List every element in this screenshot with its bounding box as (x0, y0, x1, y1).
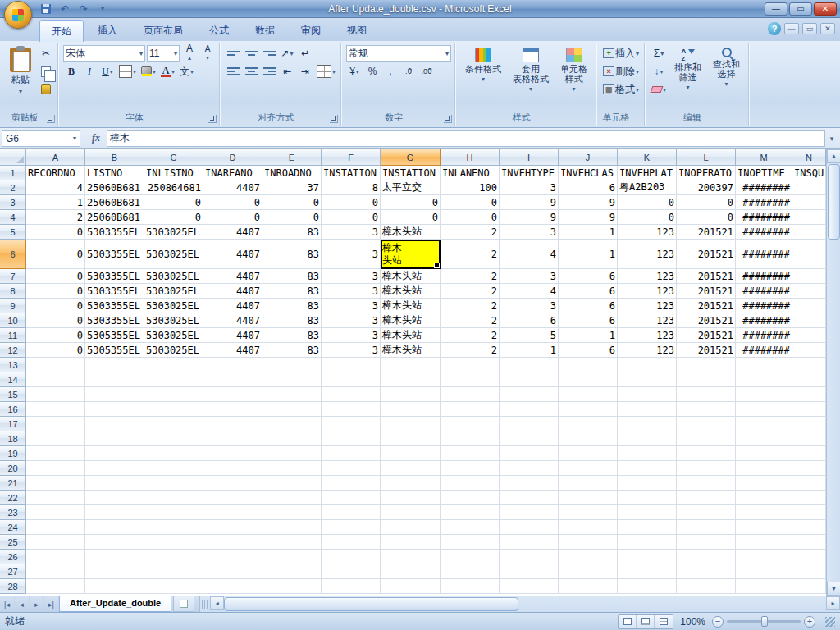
cell-B28[interactable] (85, 579, 144, 594)
currency-format-button[interactable]: ¥▾ (346, 63, 363, 80)
cell-D4[interactable]: 0 (203, 210, 262, 225)
number-dialog-launcher[interactable] (444, 115, 452, 123)
page-layout-view-button[interactable] (637, 615, 655, 628)
cell-C2[interactable]: 250864681 (144, 180, 203, 195)
cell-C20[interactable] (144, 461, 203, 476)
cell-D7[interactable]: 4407 (203, 269, 262, 284)
row-header-3[interactable]: 3 (0, 195, 26, 210)
cell-F17[interactable] (322, 417, 381, 431)
cell-N5[interactable] (792, 225, 826, 240)
cell-L16[interactable] (677, 402, 736, 417)
cell-I24[interactable] (500, 520, 559, 535)
cell-N4[interactable] (792, 210, 826, 225)
cell-J23[interactable] (559, 505, 618, 520)
cell-E21[interactable] (262, 476, 322, 491)
cell-M23[interactable] (736, 505, 792, 520)
cell-M1[interactable]: INOPTIME (736, 166, 792, 180)
column-header-G[interactable]: G (381, 149, 441, 166)
cell-F19[interactable] (322, 446, 381, 461)
cell-D8[interactable]: 4407 (203, 284, 262, 299)
cell-K12[interactable]: 123 (618, 343, 677, 358)
cell-K25[interactable] (618, 535, 677, 550)
cell-F14[interactable] (322, 372, 381, 387)
cell-L5[interactable]: 201521 (677, 225, 736, 240)
cell-C28[interactable] (144, 579, 203, 594)
cell-I11[interactable]: 5 (500, 328, 559, 343)
cell-B10[interactable]: 5303355EL (85, 313, 144, 328)
cell-L23[interactable] (677, 505, 736, 520)
cell-J5[interactable]: 1 (559, 225, 618, 240)
cell-E24[interactable] (262, 520, 322, 535)
cell-M21[interactable] (736, 476, 792, 491)
horizontal-scrollbar[interactable]: ◂ ▸ (199, 596, 840, 612)
cell-F28[interactable] (322, 579, 381, 594)
cell-K15[interactable] (618, 387, 677, 402)
cell-G20[interactable] (381, 461, 441, 476)
cell-D24[interactable] (203, 520, 262, 535)
cell-N20[interactable] (792, 461, 826, 476)
ribbon-tab-2[interactable]: 页面布局 (131, 19, 195, 41)
cell-A6[interactable]: 0 (26, 240, 85, 269)
cell-G7[interactable]: 樟木头站 (381, 269, 441, 284)
shrink-font-button[interactable]: A▾ (199, 45, 216, 62)
cell-H21[interactable] (441, 476, 500, 491)
increase-decimal-button[interactable]: .0⃖ (400, 63, 417, 80)
cell-D26[interactable] (203, 550, 262, 564)
decrease-indent-button[interactable]: ⇤ (279, 63, 295, 80)
row-header-21[interactable]: 21 (0, 476, 26, 491)
cell-H22[interactable] (441, 491, 500, 505)
ribbon-tab-0[interactable]: 开始 (39, 20, 84, 42)
cell-G9[interactable]: 樟木头站 (381, 299, 441, 313)
cell-N3[interactable] (792, 195, 826, 210)
cell-A21[interactable] (26, 476, 85, 491)
increase-indent-button[interactable]: ⇥ (297, 63, 313, 80)
cell-K17[interactable] (618, 417, 677, 431)
cell-F9[interactable]: 3 (322, 299, 381, 313)
cell-C1[interactable]: INLISTNO (144, 166, 203, 180)
cell-J11[interactable]: 1 (559, 328, 618, 343)
column-header-M[interactable]: M (736, 149, 792, 166)
row-header-1[interactable]: 1 (0, 166, 26, 180)
bold-button[interactable]: B (63, 63, 80, 80)
format-painter-button[interactable] (38, 81, 54, 98)
cell-D15[interactable] (203, 387, 262, 402)
cell-D14[interactable] (203, 372, 262, 387)
cell-I19[interactable] (500, 446, 559, 461)
cell-C9[interactable]: 5303025EL (144, 299, 203, 313)
cell-B5[interactable]: 5303355EL (85, 225, 144, 240)
cell-A26[interactable] (26, 550, 85, 564)
ribbon-tab-4[interactable]: 数据 (243, 19, 287, 41)
help-icon[interactable]: ? (768, 22, 781, 35)
cell-L15[interactable] (677, 387, 736, 402)
cell-H4[interactable]: 0 (441, 210, 500, 225)
row-header-14[interactable]: 14 (0, 372, 26, 387)
cell-G28[interactable] (381, 579, 441, 594)
row-header-9[interactable]: 9 (0, 299, 26, 313)
cell-A24[interactable] (26, 520, 85, 535)
cell-N14[interactable] (792, 372, 826, 387)
office-button[interactable] (4, 1, 32, 29)
cell-B8[interactable]: 5303355EL (85, 284, 144, 299)
cell-F24[interactable] (322, 520, 381, 535)
cell-F10[interactable]: 3 (322, 313, 381, 328)
cell-N2[interactable] (792, 180, 826, 195)
cell-M6[interactable]: ######## (736, 240, 792, 269)
row-header-18[interactable]: 18 (0, 431, 26, 446)
zoom-in-button[interactable]: + (804, 616, 815, 628)
cell-F26[interactable] (322, 550, 381, 564)
cell-M3[interactable]: ######## (736, 195, 792, 210)
cell-C26[interactable] (144, 550, 203, 564)
percent-format-button[interactable]: % (364, 63, 381, 80)
cell-J24[interactable] (559, 520, 618, 535)
row-header-22[interactable]: 22 (0, 491, 26, 505)
cell-A20[interactable] (26, 461, 85, 476)
cell-H14[interactable] (441, 372, 500, 387)
cell-N17[interactable] (792, 417, 826, 431)
vertical-scrollbar[interactable]: ▲ ▼ (826, 149, 840, 596)
cell-D16[interactable] (203, 402, 262, 417)
zoom-slider-track[interactable] (727, 620, 801, 623)
cell-J10[interactable]: 6 (559, 313, 618, 328)
cell-G8[interactable]: 樟木头站 (381, 284, 441, 299)
cell-E15[interactable] (262, 387, 322, 402)
cell-I9[interactable]: 3 (500, 299, 559, 313)
